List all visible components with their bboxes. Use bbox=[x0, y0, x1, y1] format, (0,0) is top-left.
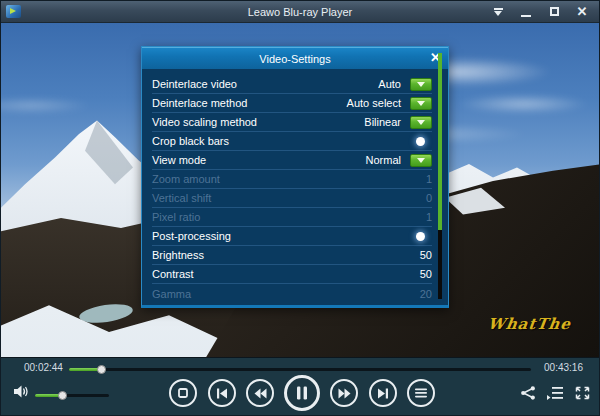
setting-value: 50 bbox=[420, 249, 432, 261]
previous-button[interactable] bbox=[208, 379, 236, 407]
setting-value: Auto select bbox=[347, 97, 401, 109]
scrollbar-thumb[interactable] bbox=[438, 53, 442, 230]
app-logo-icon bbox=[6, 5, 21, 18]
share-button[interactable] bbox=[520, 386, 536, 400]
menu-button[interactable] bbox=[491, 5, 505, 19]
setting-row-pixel-ratio: Pixel ratio 1 bbox=[152, 208, 432, 227]
setting-value: Normal bbox=[366, 154, 401, 166]
setting-label: Deinterlace video bbox=[152, 78, 378, 90]
minimize-icon bbox=[521, 15, 531, 17]
video-watermark: WhatThe bbox=[487, 315, 573, 333]
setting-row-crop-black-bars: Crop black bars bbox=[152, 132, 432, 151]
setting-label: Vertical shift bbox=[152, 192, 426, 204]
share-icon bbox=[520, 386, 536, 400]
pause-button[interactable] bbox=[284, 375, 320, 411]
setting-label: View mode bbox=[152, 154, 366, 166]
next-icon bbox=[377, 388, 389, 399]
menu-dropdown-icon bbox=[493, 8, 504, 16]
playlist-circle-icon bbox=[415, 388, 427, 398]
setting-value: Bilinear bbox=[364, 116, 401, 128]
setting-label: Pixel ratio bbox=[152, 211, 426, 223]
setting-label: Video scaling method bbox=[152, 116, 364, 128]
setting-row-deinterlace-video: Deinterlace video Auto bbox=[152, 75, 432, 94]
pause-icon bbox=[296, 386, 308, 400]
setting-row-gamma: Gamma 20 bbox=[152, 284, 432, 303]
stop-button[interactable] bbox=[169, 379, 197, 407]
playlist-icon bbox=[547, 386, 563, 400]
setting-value: Auto bbox=[378, 78, 401, 90]
seek-thumb[interactable] bbox=[97, 365, 106, 374]
setting-row-video-scaling-method: Video scaling method Bilinear bbox=[152, 113, 432, 132]
close-icon: ✕ bbox=[577, 5, 588, 18]
volume-thumb[interactable] bbox=[58, 391, 67, 400]
fast-forward-icon bbox=[338, 388, 351, 399]
title-bar: Leawo Blu-ray Player ✕ bbox=[1, 1, 599, 23]
dropdown-button[interactable] bbox=[410, 97, 432, 110]
speaker-icon bbox=[14, 385, 29, 398]
control-bar: 00:02:44 00:43:16 bbox=[1, 357, 599, 415]
dropdown-button[interactable] bbox=[410, 116, 432, 129]
toggle-dot[interactable] bbox=[416, 137, 425, 146]
volume-slider[interactable] bbox=[35, 394, 109, 397]
setting-value: 0 bbox=[426, 192, 432, 204]
close-button[interactable]: ✕ bbox=[575, 5, 589, 19]
setting-value: 1 bbox=[426, 211, 432, 223]
dropdown-button[interactable] bbox=[410, 78, 432, 91]
maximize-button[interactable] bbox=[547, 5, 561, 19]
elapsed-time: 00:02:44 bbox=[24, 362, 63, 373]
setting-row-deinterlace-method: Deinterlace method Auto select bbox=[152, 94, 432, 113]
setting-label: Gamma bbox=[152, 288, 420, 300]
minimize-button[interactable] bbox=[519, 5, 533, 19]
rewind-icon bbox=[254, 388, 267, 399]
toggle-dot[interactable] bbox=[416, 232, 425, 241]
setting-row-view-mode: View mode Normal bbox=[152, 151, 432, 170]
setting-label: Contrast bbox=[152, 268, 420, 280]
app-window: Leawo Blu-ray Player ✕ WhatThe Video-Set… bbox=[0, 0, 600, 416]
setting-value: 1 bbox=[426, 173, 432, 185]
dialog-body: Deinterlace video Auto Deinterlace metho… bbox=[142, 70, 448, 305]
setting-row-brightness: Brightness 50 bbox=[152, 246, 432, 265]
playlist-button[interactable] bbox=[547, 386, 563, 400]
setting-label: Brightness bbox=[152, 249, 420, 261]
cloud-art bbox=[1, 97, 91, 114]
setting-row-post-processing: Post-processing bbox=[152, 227, 432, 246]
setting-label: Crop black bars bbox=[152, 135, 416, 147]
setting-row-zoom-amount: Zoom amount 1 bbox=[152, 170, 432, 189]
dialog-title: Video-Settings bbox=[259, 53, 330, 65]
fullscreen-icon bbox=[575, 386, 590, 400]
setting-label: Deinterlace method bbox=[152, 97, 347, 109]
maximize-icon bbox=[550, 7, 559, 16]
fast-forward-button[interactable] bbox=[330, 379, 358, 407]
previous-icon bbox=[216, 388, 228, 399]
setting-label: Post-processing bbox=[152, 230, 416, 242]
cloud-art bbox=[457, 94, 589, 114]
setting-row-contrast: Contrast 50 bbox=[152, 265, 432, 284]
setting-value: 20 bbox=[420, 288, 432, 300]
stop-icon bbox=[178, 388, 188, 398]
playlist-circle-button[interactable] bbox=[407, 379, 435, 407]
total-duration: 00:43:16 bbox=[544, 362, 583, 373]
dialog-scrollbar[interactable] bbox=[438, 53, 442, 299]
dialog-header: Video-Settings ✕ bbox=[142, 47, 448, 69]
volume-mute-button[interactable] bbox=[14, 385, 29, 398]
dropdown-button[interactable] bbox=[410, 154, 432, 167]
setting-label: Zoom amount bbox=[152, 173, 426, 185]
video-settings-dialog: Video-Settings ✕ Deinterlace video Auto … bbox=[141, 46, 449, 308]
fullscreen-button[interactable] bbox=[575, 386, 590, 400]
seek-bar[interactable] bbox=[69, 368, 531, 371]
rewind-button[interactable] bbox=[246, 379, 274, 407]
setting-row-vertical-shift: Vertical shift 0 bbox=[152, 189, 432, 208]
setting-value: 50 bbox=[420, 268, 432, 280]
next-button[interactable] bbox=[369, 379, 397, 407]
